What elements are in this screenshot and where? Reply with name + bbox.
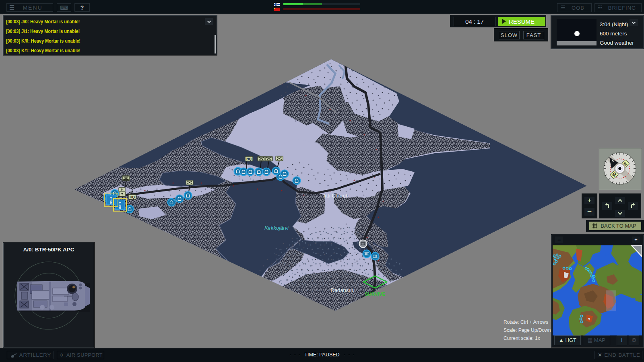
svg-text:Rotate: Ctrl + Arrows: Rotate: Ctrl + Arrows bbox=[504, 319, 548, 325]
svg-text:Iitti Church: Iitti Church bbox=[324, 193, 349, 199]
svg-text:Kirkkojärvi: Kirkkojärvi bbox=[264, 225, 289, 231]
svg-text:Scale: Page Up/Down: Scale: Page Up/Down bbox=[504, 327, 551, 333]
svg-text:SURVIVE: SURVIVE bbox=[365, 292, 386, 296]
svg-text:HQ: HQ bbox=[130, 195, 135, 199]
svg-text:Current scale: 1x: Current scale: 1x bbox=[504, 335, 540, 341]
svg-text:HQ: HQ bbox=[246, 157, 252, 161]
svg-text:Radansuu: Radansuu bbox=[330, 287, 354, 293]
